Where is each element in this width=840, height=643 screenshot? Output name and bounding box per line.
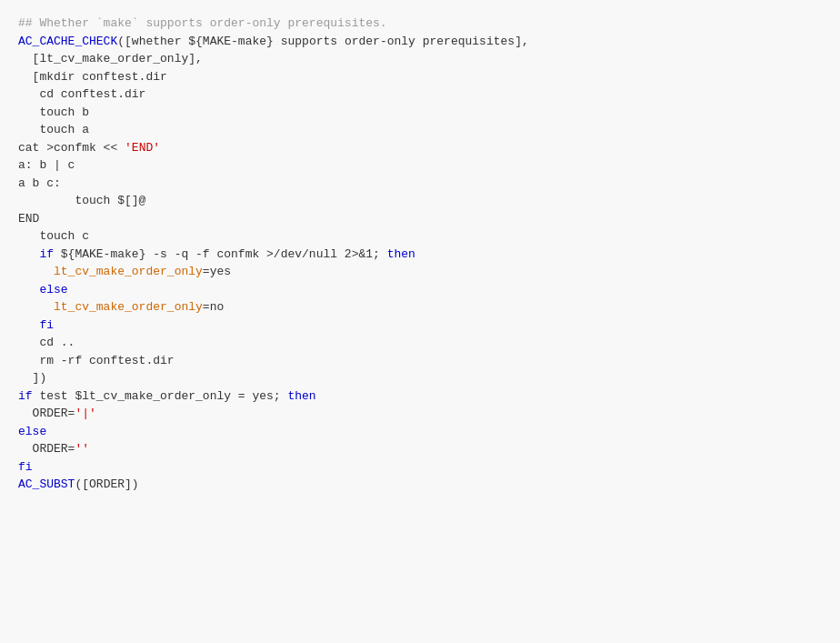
- variable-token: lt_cv_make_order_only: [18, 300, 203, 314]
- code-line: END: [18, 210, 822, 228]
- plain-token: cd conftest.dir: [18, 87, 145, 101]
- code-container: ## Whether `make` supports order-only pr…: [0, 0, 840, 643]
- code-block: ## Whether `make` supports order-only pr…: [18, 15, 822, 494]
- code-line: a: b | c: [18, 156, 822, 175]
- plain-token: =yes: [203, 265, 231, 278]
- code-line: ORDER='': [18, 440, 822, 458]
- keyword-token: then: [387, 247, 415, 261]
- plain-token: mkdir conftest.dir: [39, 70, 166, 84]
- string-token: '': [75, 442, 89, 456]
- plain-token: a: b | c: [18, 158, 75, 172]
- plain-token: a b c:: [18, 176, 61, 190]
- code-line: fi: [18, 316, 822, 335]
- code-line: lt_cv_make_order_only=no: [18, 298, 822, 316]
- code-line: else: [18, 281, 822, 299]
- keyword-token: fi: [18, 318, 54, 332]
- code-line: cd conftest.dir: [18, 85, 822, 104]
- keyword-token: if: [18, 247, 54, 261]
- plain-token: touch b: [18, 105, 89, 119]
- plain-token: ([ORDER]): [75, 477, 138, 491]
- code-line: touch $[]@: [18, 192, 822, 210]
- code-line: touch a: [18, 121, 822, 139]
- code-line: ORDER='|': [18, 405, 822, 423]
- comment-token: ## Whether `make` supports order-only pr…: [18, 16, 387, 30]
- plain-token: touch a: [18, 123, 89, 136]
- code-line: touch c: [18, 227, 822, 246]
- plain-token: rm -rf conftest.dir: [18, 354, 175, 367]
- plain-token: touch $[]@: [18, 194, 145, 207]
- plain-token: [: [125, 35, 132, 48]
- plain-token: [: [18, 52, 39, 65]
- string-token: '|': [75, 407, 95, 420]
- code-line: else: [18, 423, 822, 441]
- plain-token: [: [18, 70, 39, 84]
- plain-token: touch c: [18, 229, 89, 243]
- code-line: [lt_cv_make_order_only],: [18, 50, 822, 68]
- keyword-token: fi: [18, 460, 33, 474]
- code-line: if test $lt_cv_make_order_only = yes; th…: [18, 387, 822, 406]
- plain-token: ${MAKE-make} -s -q -f confmk >/dev/null …: [54, 247, 387, 261]
- keyword-token: else: [18, 283, 68, 296]
- code-line: if ${MAKE-make} -s -q -f confmk >/dev/nu…: [18, 246, 822, 264]
- keyword-token: if: [18, 389, 33, 403]
- plain-token: test $lt_cv_make_order_only = yes;: [33, 389, 288, 403]
- plain-token: ORDER=: [18, 442, 75, 456]
- plain-token: lt_cv_make_order_only: [39, 52, 188, 65]
- plain-token: =no: [203, 300, 224, 314]
- plain-token: ],: [188, 52, 203, 65]
- code-line: cat >confmk << 'END': [18, 139, 822, 157]
- code-line: ## Whether `make` supports order-only pr…: [18, 15, 822, 33]
- plain-token: ]): [18, 371, 46, 385]
- plain-token: cat >confmk <<: [18, 141, 125, 155]
- plain-token: ],: [515, 35, 529, 48]
- code-line: AC_CACHE_CHECK([whether ${MAKE-make} sup…: [18, 33, 822, 51]
- code-line: a b c:: [18, 175, 822, 193]
- keyword-token: then: [287, 389, 315, 403]
- string-token: 'END': [125, 141, 160, 155]
- code-line: rm -rf conftest.dir: [18, 352, 822, 370]
- variable-token: lt_cv_make_order_only: [18, 265, 203, 278]
- plain-token: ORDER=: [18, 407, 75, 420]
- function-token: AC_CACHE_CHECK: [18, 35, 117, 48]
- code-line: fi: [18, 458, 822, 477]
- code-line: lt_cv_make_order_only=yes: [18, 263, 822, 281]
- plain-token: cd ..: [18, 336, 75, 349]
- plain-token: END: [18, 212, 39, 226]
- plain-token: whether ${MAKE-make} supports order-only…: [132, 35, 515, 48]
- code-line: [mkdir conftest.dir: [18, 68, 822, 86]
- code-line: AC_SUBST([ORDER]): [18, 476, 822, 494]
- code-line: ]): [18, 369, 822, 387]
- function-token: AC_SUBST: [18, 477, 75, 491]
- code-line: touch b: [18, 104, 822, 122]
- plain-token: (: [117, 35, 125, 48]
- keyword-token: else: [18, 425, 46, 438]
- code-line: cd ..: [18, 334, 822, 352]
